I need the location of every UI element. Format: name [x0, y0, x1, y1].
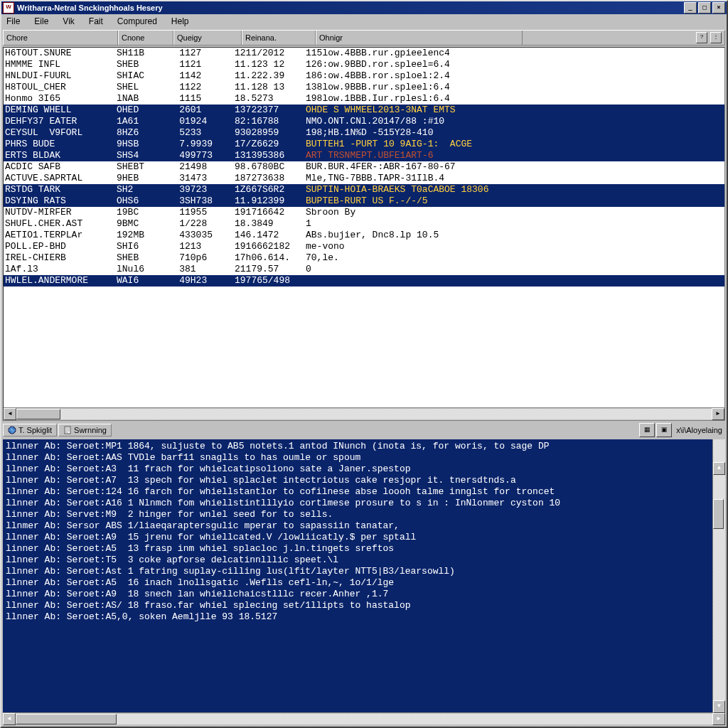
cell-c5: 0	[306, 264, 724, 275]
scroll-down-icon[interactable]: ▼	[713, 700, 725, 713]
menu-fait[interactable]: Fait	[87, 16, 105, 27]
cell-c1: SHEB	[117, 252, 169, 264]
table-row[interactable]: lAf.l3lNul638121179.570	[4, 264, 724, 275]
table-row[interactable]: CEYSUL V9FORL8HZ6523393028959198;HB.1N%D…	[4, 127, 724, 139]
cell-c0: AETIO1.TERPLAr	[4, 230, 117, 241]
window-title: Writharra-Netral Snckinghhoals Hesery	[17, 4, 163, 12]
table-row[interactable]: ERTS BLDAKSHS4499773131395386ART TRSNMEP…	[4, 150, 724, 161]
menu-file[interactable]: File	[4, 16, 22, 27]
vscroll-thumb[interactable]	[713, 499, 724, 529]
cell-c3: .9939	[185, 139, 235, 150]
console-output[interactable]: llnner Ab: Seroet:MP1 1864, suljuste to …	[3, 439, 725, 712]
cell-c2: 3	[169, 264, 185, 275]
console-line: llnner Ab: Seroet:A3 11 frach for whielc…	[6, 464, 722, 475]
cell-c0: CEYSUL V9FORL	[4, 127, 117, 139]
cell-c0: PHRS BUDE	[4, 139, 117, 150]
console-line: llnner Ab: Seroet:AS/ 18 fraso.far whiel…	[6, 600, 722, 611]
table-row[interactable]: DEHFY37 EATER1A610192482:16788NMO.ONT.CN…	[4, 116, 724, 127]
cell-c0: HMMME INFL	[4, 59, 117, 70]
table-row[interactable]: Honmo 3I65lNAB111518.5273198low.1BBB.Iur…	[4, 93, 724, 105]
cell-c2: 1	[169, 218, 185, 230]
console-line: llnner Ab: Seroet:A9 18 snech lan whiell…	[6, 589, 722, 600]
cell-c1: SHEBT	[117, 161, 169, 173]
cell-c0: Honmo 3I65	[4, 93, 117, 105]
console-line: linner Ab: Servet:M9 2 hinger for wnlel …	[6, 509, 722, 520]
table-row[interactable]: DSYING RATSOHS63SH73811.912399BUPTEB-RUR…	[4, 196, 724, 207]
header-help-button[interactable]: ?	[696, 32, 707, 43]
scroll-right-icon[interactable]: ►	[712, 408, 724, 420]
table-row[interactable]: ACTUVE.SAPRTAL9HEB31473187273638Mle,TNG-…	[4, 173, 724, 184]
table-row[interactable]: ACDIC SAFBSHEBT2149898.6780BCBUR.BUR.4FE…	[4, 161, 724, 173]
cell-c2: 5	[169, 127, 185, 139]
close-button[interactable]: ×	[712, 2, 725, 14]
col-ohnigr[interactable]: Ohnigr	[316, 31, 523, 45]
menu-compured[interactable]: Compured	[115, 16, 159, 27]
header-more-button[interactable]: ⋮	[710, 32, 722, 43]
menu-help[interactable]: Help	[169, 16, 191, 27]
col-cnone[interactable]: Cnone	[118, 31, 173, 45]
panel-button-a[interactable]: ▦	[639, 423, 655, 437]
table-row[interactable]: H8TOUL_CHERSHEL112211.128 13138low.9BBB.…	[4, 82, 724, 93]
menu-vik[interactable]: Vik	[60, 16, 76, 27]
cell-c0: IREL-CHIERB	[4, 252, 117, 264]
cell-c2: 1	[169, 59, 185, 70]
console-hscrollbar[interactable]: ◄ ►	[3, 712, 725, 725]
tab-swrnning[interactable]: Swrnning	[58, 424, 112, 437]
cell-c5: BUPTEB-RURT US F.-/-/5	[306, 196, 724, 207]
cell-c5: 1	[306, 218, 724, 230]
cell-c4: 21179.57	[235, 264, 306, 275]
cell-c3: 142	[185, 70, 235, 82]
hscroll-thumb[interactable]	[16, 714, 117, 724]
cell-c1: 9BMC	[117, 218, 169, 230]
table-row[interactable]: POLL.EP-BHDSHI612131916662182me-vono	[4, 241, 724, 252]
cell-c1: lNAB	[117, 93, 169, 105]
cell-c4: 191716642	[235, 207, 306, 218]
menu-eile[interactable]: Eile	[32, 16, 50, 27]
col-reinana[interactable]: Reinana.	[242, 31, 316, 45]
table-row[interactable]: SHUFL.CHER.AST9BMC1/22818.38491	[4, 218, 724, 230]
console-line: llnner Ab: Seroet:Ast 1 fatring suplay-c…	[6, 566, 722, 577]
cell-c0: ACDIC SAFB	[4, 161, 117, 173]
cell-c0: HNLDUI-FUURL	[4, 70, 117, 82]
cell-c4: 11.222.39	[235, 70, 306, 82]
tab-label: T. Spkiglit	[18, 426, 52, 434]
scroll-right-icon[interactable]: ►	[712, 713, 725, 725]
table-row[interactable]: NUTDV-MIRFER19BC11955191716642Sbroon By	[4, 207, 724, 218]
minimize-button[interactable]: _	[684, 2, 697, 14]
console-vscrollbar[interactable]: ▲ ▼	[712, 439, 725, 713]
cell-c1: SHIAC	[117, 70, 169, 82]
maximize-button[interactable]: □	[698, 2, 711, 14]
cell-c5: me-vono	[306, 241, 724, 252]
title-bar[interactable]: W Writharra-Netral Snckinghhoals Hesery …	[1, 1, 727, 14]
cell-c0: SHUFL.CHER.AST	[4, 218, 117, 230]
table-row[interactable]: H6TOUT.SNURESH11B11271211/2012115low.4BB…	[4, 48, 724, 59]
cell-c0: DSYING RATS	[4, 196, 117, 207]
cell-c2: 1	[169, 241, 185, 252]
table-row[interactable]: HWLEL.ANDERMOREWAI649H23197765/498	[4, 275, 724, 287]
col-queigy[interactable]: Queigy	[173, 31, 242, 45]
col-chore[interactable]: Chore	[4, 31, 118, 45]
table-row[interactable]: AETIO1.TERPLAr192MB433035146.1472ABs.buj…	[4, 230, 724, 241]
table-body[interactable]: H6TOUT.SNURESH11B11271211/2012115low.4BB…	[4, 48, 724, 407]
table-row[interactable]: PHRS BUDE9HSB7.993917/Z6629BUTTEH1 -PURT…	[4, 139, 724, 150]
table-row[interactable]: HMMME INFLSHEB112111.123 12126:ow.9BBD.r…	[4, 59, 724, 70]
cell-c3: 1473	[185, 173, 235, 184]
scroll-up-icon[interactable]: ▲	[713, 462, 725, 475]
scroll-left-icon[interactable]: ◄	[3, 713, 16, 725]
cell-c5: ABs.bujier, Dnc8.lp 10.5	[306, 230, 724, 241]
cell-c1: 1A61	[117, 116, 169, 127]
hscroll-thumb[interactable]	[16, 409, 60, 419]
scroll-left-icon[interactable]: ◄	[4, 408, 16, 420]
table-row[interactable]: IREL-CHIERBSHEB710p617h06.614.70,le.	[4, 252, 724, 264]
cell-c5: Mle,TNG-7BBB.TAPR-31IlB.4	[306, 173, 724, 184]
table-row[interactable]: RSTDG TARKSH2397231Z667S6R2SUPTIN-HOIA-B…	[4, 184, 724, 196]
console-line: linner Ab: Seroet:A5 13 frasp inm whiel …	[6, 543, 722, 555]
table-hscrollbar[interactable]: ◄ ►	[4, 407, 724, 420]
cell-c5: 126:ow.9BBD.ror.spleel=6.4	[306, 59, 724, 70]
tab-spkiglit[interactable]: T. Spkiglit	[3, 424, 57, 437]
cell-c1: 9HSB	[117, 139, 169, 150]
app-icon: W	[3, 2, 14, 14]
table-row[interactable]: DEMING WHELLOHED260113722377OHDE S WHMEE…	[4, 105, 724, 116]
panel-button-b[interactable]: ▣	[656, 423, 672, 437]
table-row[interactable]: HNLDUI-FUURLSHIAC114211.222.39186:ow.4BB…	[4, 70, 724, 82]
